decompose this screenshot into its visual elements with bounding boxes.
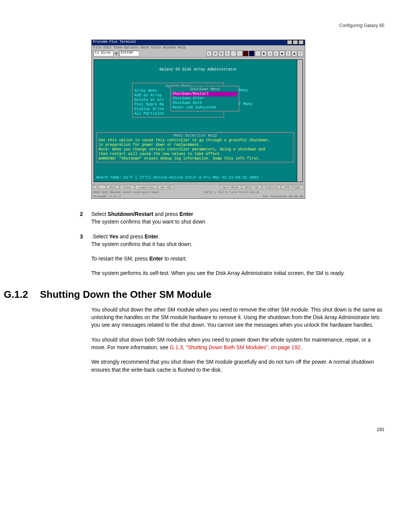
terminal-screenshot: Procomm Plus Terminal File Edit View Opt… — [91, 40, 384, 199]
toolbar-icons: ▸ABC·····■◂▸■?◉? — [206, 51, 303, 56]
admin-title: Galaxy 65 Disk Array Administrator — [94, 60, 303, 72]
app-toolbar: to Direc ▼ STATUP ▸ABC·····■◂▸■?◉? — [92, 50, 305, 58]
section-p3: We strongly recommend that you shut down… — [91, 358, 384, 374]
app-menubar: File Edit View Options Data Tools Window… — [92, 45, 305, 50]
side-menu-fragment: Menu r Manu — [239, 88, 252, 107]
toolbar-field-2: STATUP — [119, 51, 139, 56]
section-p1: You should shut down the other SM module… — [91, 306, 384, 329]
bottom-tabs: Vt..HostClearLogon/vledw cmk Card ModeSe… — [92, 184, 305, 190]
cross-ref-link[interactable]: G.1.3, "Shutting Down Both SM Modules", … — [170, 344, 300, 350]
window-titlebar: Procomm Plus Terminal — [92, 40, 305, 45]
restart-note: To restart the SM, press Enter to restar… — [91, 255, 384, 262]
page-header: Configuring Galaxy 65 — [27, 23, 384, 28]
step-2: 2 Select Shutdown/Restart and press Ente… — [91, 210, 384, 226]
shutdown-menu: Shutdown Menu Shutdown/Restart Shutdown … — [170, 86, 239, 112]
bottom-status-2: Procomm: 2 of 2Not Connected 00.00.00 — [92, 194, 305, 198]
selftest-note: The system performs its self-test. When … — [91, 269, 384, 277]
window-controls — [287, 40, 304, 45]
section-p2: You should shut down both SM modules whe… — [91, 336, 384, 351]
scrollbar[interactable] — [297, 60, 303, 182]
section-heading: G.1.2Shutting Down the Other SM Module — [4, 289, 384, 300]
bottom-status: ANSI BIS 9modem ident:conn:actl:band19/2… — [92, 190, 305, 194]
status-line: Board Temp: 81°F ( 27°C) Active-Active C… — [96, 176, 294, 180]
toolbar-field-1: to Direc — [93, 51, 113, 56]
page-number: 191 — [27, 427, 384, 432]
terminal-screen: Galaxy 65 Disk Array Administrator Syste… — [94, 59, 303, 182]
step-3: 3 .Select Yes and press Enter. The syste… — [91, 233, 384, 248]
shutdown-restart-item[interactable]: Shutdown/Restart — [172, 92, 237, 96]
window-title: Procomm Plus Terminal — [93, 40, 136, 45]
help-panel: Menu Selection Help Use this option to c… — [96, 132, 294, 163]
